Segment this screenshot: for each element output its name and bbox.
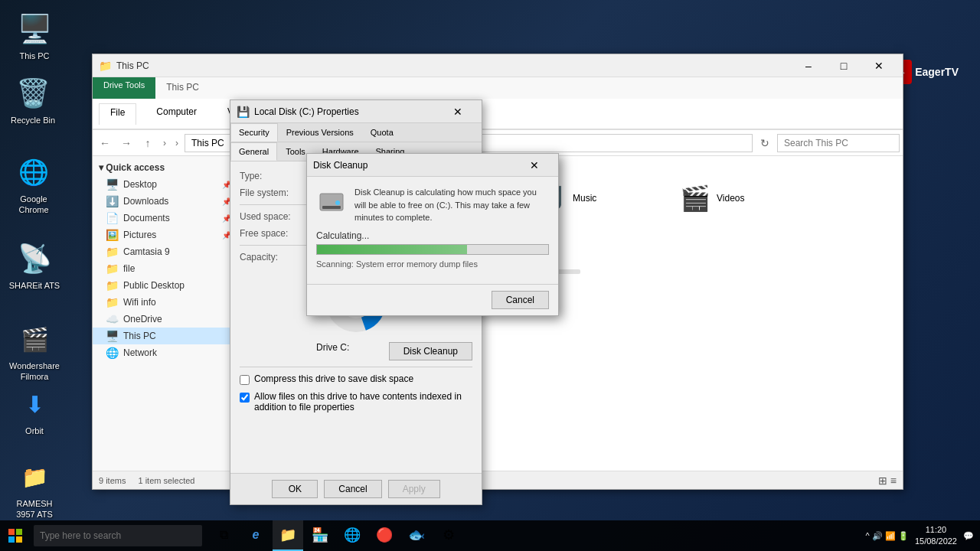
desktop-icon-shareit[interactable]: 📡 SHAREit ATS bbox=[4, 237, 65, 294]
desktop-icon-this-pc[interactable]: 🖥️ This PC bbox=[4, 8, 65, 64]
breadcrumb-arrow2: › bbox=[172, 138, 181, 148]
tab-security[interactable]: Security bbox=[230, 123, 278, 142]
view-grid-icon[interactable]: ⊞ bbox=[878, 474, 887, 487]
taskbar-store[interactable]: 🏪 bbox=[305, 520, 335, 551]
explorer-titlebar: 📁 This PC – □ ✕ bbox=[93, 54, 903, 77]
taskbar-chrome[interactable]: 🌐 bbox=[337, 520, 368, 551]
sidebar-documents-label: Documents bbox=[123, 213, 170, 223]
sidebar-item-pictures[interactable]: 🖼️ Pictures 📌 bbox=[93, 227, 237, 243]
taskbar-vlc[interactable]: 🔴 bbox=[369, 520, 400, 551]
sidebar-item-desktop[interactable]: 🖥️ Desktop 📌 bbox=[93, 176, 237, 193]
drive-label bbox=[240, 342, 316, 360]
onedrive-icon: ☁️ bbox=[105, 313, 119, 325]
checkbox-index: Allow files on this drive to have conten… bbox=[240, 391, 472, 412]
desktop-icon-ramesh[interactable]: 📁 RAMESH 3957 ATS bbox=[4, 455, 65, 523]
sidebar-item-public-desktop[interactable]: 📁 Public Desktop bbox=[93, 277, 237, 294]
taskbar-clock[interactable]: 11:20 15/08/2022 bbox=[915, 524, 957, 548]
items-count: 9 items bbox=[99, 476, 126, 485]
minimize-button[interactable]: – bbox=[791, 54, 826, 77]
taskbar-task-view[interactable]: ⧉ bbox=[208, 520, 239, 551]
sidebar-item-onedrive[interactable]: ☁️ OneDrive bbox=[93, 311, 237, 328]
breadcrumb-arrow: › bbox=[160, 138, 169, 148]
file-icon: 📁 bbox=[105, 262, 119, 275]
sidebar-item-wifi[interactable]: 📁 Wifi info bbox=[93, 294, 237, 311]
taskbar-file-explorer[interactable]: 📁 bbox=[273, 520, 303, 551]
sidebar-item-this-pc[interactable]: 🖥️ This PC bbox=[93, 328, 237, 344]
compress-checkbox[interactable] bbox=[240, 375, 250, 385]
taskbar-app1[interactable]: 🐟 bbox=[401, 520, 432, 551]
sidebar-item-downloads[interactable]: ⬇️ Downloads 📌 bbox=[93, 193, 237, 210]
svg-point-4 bbox=[335, 201, 340, 205]
wifi-icon: 📁 bbox=[105, 296, 119, 308]
maximize-button[interactable]: □ bbox=[826, 54, 861, 77]
clock-date: 15/08/2022 bbox=[915, 536, 957, 547]
forward-button[interactable]: → bbox=[117, 134, 136, 152]
address-bar: ← → ↑ › › ↻ bbox=[93, 130, 903, 156]
desktop-icon-label: RAMESH 3957 ATS bbox=[7, 498, 62, 520]
properties-titlebar: 💾 Local Disk (C:) Properties ✕ bbox=[230, 100, 482, 123]
sidebar-camtasia-label: Camtasia 9 bbox=[123, 246, 170, 257]
tab-file[interactable]: File bbox=[99, 103, 136, 125]
prop-row-drive: Drive C: Disk Cleanup bbox=[240, 342, 472, 360]
tab-previous-versions[interactable]: Previous Versions bbox=[278, 123, 362, 142]
up-button[interactable]: ↑ bbox=[139, 134, 157, 152]
taskbar-right: ^ 🔊 📶 🔋 11:20 15/08/2022 💬 bbox=[866, 524, 980, 548]
apply-button[interactable]: Apply bbox=[388, 480, 440, 498]
type-label: Type: bbox=[240, 171, 316, 181]
explorer-icon: 📁 bbox=[99, 60, 112, 72]
tab-general[interactable]: General bbox=[230, 142, 277, 161]
tab-this-pc-label: This PC bbox=[155, 77, 210, 99]
desktop-icon-orbit[interactable]: ⬇ Orbit bbox=[4, 383, 65, 439]
pictures-icon: 🖼️ bbox=[105, 229, 119, 241]
sidebar-item-file[interactable]: 📁 file bbox=[93, 260, 237, 277]
quick-access-label: Quick access bbox=[106, 162, 165, 173]
notification-icon[interactable]: 💬 bbox=[963, 531, 974, 541]
ribbon-tabs: Drive Tools This PC bbox=[93, 77, 903, 99]
properties-footer: OK Cancel Apply bbox=[230, 473, 482, 504]
taskbar-edge[interactable]: e bbox=[240, 520, 271, 551]
back-button[interactable]: ← bbox=[96, 134, 114, 152]
start-button[interactable] bbox=[0, 520, 31, 551]
checkbox-compress: Compress this drive to save disk space bbox=[240, 373, 472, 385]
ok-button[interactable]: OK bbox=[272, 480, 318, 498]
sidebar-section-quick-access[interactable]: ▾ Quick access bbox=[93, 159, 237, 176]
cancel-button[interactable]: Cancel bbox=[324, 480, 381, 498]
cleanup-cancel-button[interactable]: Cancel bbox=[492, 291, 549, 309]
sidebar-item-documents[interactable]: 📄 Documents 📌 bbox=[93, 210, 237, 227]
svg-rect-3 bbox=[322, 206, 341, 209]
tab-drive-tools[interactable]: Drive Tools bbox=[93, 77, 155, 99]
refresh-button[interactable]: ↻ bbox=[756, 134, 774, 152]
index-checkbox[interactable] bbox=[240, 393, 250, 403]
index-label: Allow files on this drive to have conten… bbox=[254, 391, 472, 412]
properties-title-icon: 💾 bbox=[237, 106, 250, 118]
tab-quota[interactable]: Quota bbox=[362, 123, 402, 142]
sidebar-item-network[interactable]: 🌐 Network bbox=[93, 344, 237, 361]
sidebar-pictures-label: Pictures bbox=[123, 230, 156, 240]
disk-cleanup-button[interactable]: Disk Cleanup bbox=[389, 342, 472, 360]
cleanup-scanning: Scanning: System error memory dump files bbox=[316, 259, 549, 269]
desktop-icon-wondershare[interactable]: 🎬 Wondershare Filmora bbox=[4, 318, 65, 386]
sidebar-item-camtasia[interactable]: 📁 Camtasia 9 bbox=[93, 243, 237, 260]
folder-icon: 🎬 bbox=[680, 184, 710, 213]
desktop: 🖥️ This PC 🗑️ Recycle Bin 🌐 Google Chrom… bbox=[0, 0, 980, 551]
cleanup-description: Disk Cleanup is calculating how much spa… bbox=[354, 186, 549, 224]
start-icon bbox=[8, 529, 22, 543]
view-list-icon[interactable]: ≡ bbox=[890, 474, 897, 487]
desktop-icon-label: Google Chrome bbox=[6, 194, 61, 216]
desktop-icon-chrome[interactable]: 🌐 Google Chrome bbox=[3, 151, 64, 219]
search-input[interactable] bbox=[777, 134, 900, 152]
properties-close-button[interactable]: ✕ bbox=[440, 100, 475, 123]
close-button[interactable]: ✕ bbox=[861, 54, 897, 77]
desktop-icon-label: Recycle Bin bbox=[11, 115, 55, 126]
taskbar-search-input[interactable] bbox=[34, 525, 202, 546]
folder-item-videos[interactable]: 🎬 Videos bbox=[676, 180, 814, 217]
sidebar-wifi-label: Wifi info bbox=[123, 297, 156, 308]
taskbar-app2[interactable]: ⚙ bbox=[433, 520, 464, 551]
tab-computer[interactable]: Computer bbox=[145, 103, 207, 125]
cleanup-icon bbox=[316, 186, 347, 217]
window-controls: – □ ✕ bbox=[791, 54, 897, 77]
desktop-icon-recycle-bin[interactable]: 🗑️ Recycle Bin bbox=[2, 72, 64, 129]
cleanup-progress-bar bbox=[316, 244, 549, 255]
cleanup-close-button[interactable]: ✕ bbox=[517, 154, 552, 177]
sidebar-desktop-label: Desktop bbox=[123, 179, 157, 190]
